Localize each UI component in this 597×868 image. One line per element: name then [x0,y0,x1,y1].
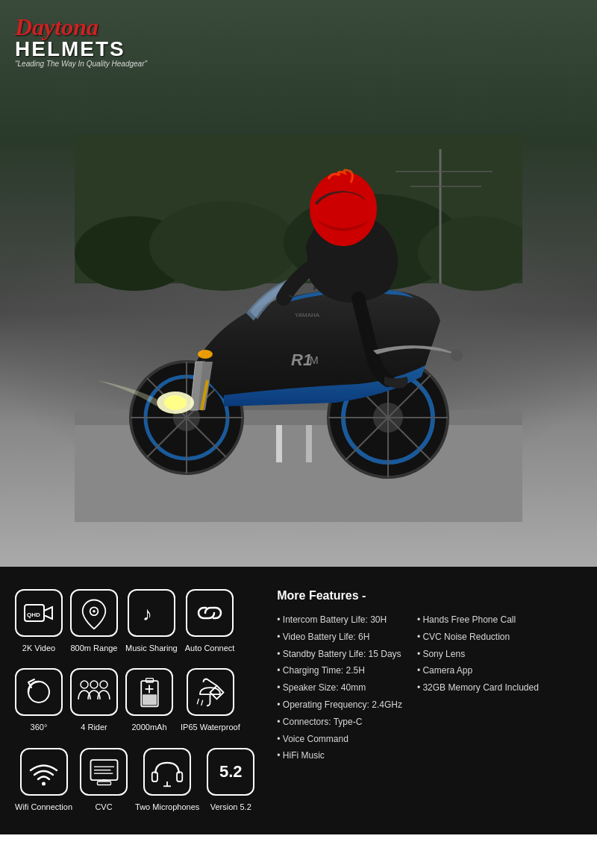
more-features-panel: More Features - Intercom Battery Life: 3… [277,589,582,764]
svg-text:♪: ♪ [143,603,152,625]
feature-battery-label: 2000mAh [131,722,166,732]
feature-range-label: 800m Range [71,643,118,653]
feature-4rider-label: 4 Rider [81,722,107,732]
svg-rect-58 [152,772,157,781]
feature-charging-time: Charging Time: 2.5H [277,662,402,679]
svg-text:YAMAHA: YAMAHA [295,312,320,318]
feature-4-rider: 4 Rider [70,668,118,732]
svg-point-41 [90,681,98,688]
feature-wifi: Wifi Connection [15,748,72,812]
feature-800m-range: 800m Range [70,589,118,653]
feature-cvc: CVC [80,748,128,812]
svg-rect-59 [177,772,182,781]
svg-point-2 [149,201,298,291]
feature-icons-grid: QHD 2K Video 800m Range [15,589,254,812]
svg-text:M: M [310,354,319,366]
svg-point-42 [100,681,107,688]
feature-version: 5.2 Version 5.2 [207,748,254,812]
microphone-icon [143,748,191,796]
features-list-col2: Hands Free Phone Call CVC Noise Reductio… [417,611,539,764]
feature-hifi-music: HiFi Music [277,747,402,764]
rider-icon [70,668,118,716]
feature-intercom-battery: Intercom Battery Life: 30H [277,611,402,629]
music-icon: ♪ [128,589,175,637]
svg-line-50 [201,700,203,705]
svg-point-30 [198,350,213,359]
svg-point-37 [93,610,96,613]
feature-operating-freq: Operating Frequency: 2.4GHz [277,696,402,714]
features-list-col1: Intercom Battery Life: 30H Video Battery… [277,611,402,764]
feature-row-1: QHD 2K Video 800m Range [15,589,254,653]
feature-wifi-label: Wifi Connection [15,802,72,812]
logo-tagline: "Leading The Way In Quality Headgear" [15,60,147,68]
wifi-icon [20,748,68,796]
feature-video-battery: Video Battery Life: 6H [277,629,402,646]
feature-hands-free: Hands Free Phone Call [417,611,539,629]
feature-two-microphones: Two Microphones [135,748,199,812]
range-icon [70,589,118,637]
feature-standby-battery: Standby Battery Life: 15 Days [277,646,402,663]
feature-row-2: 360° 4 Rider [15,668,254,732]
feature-cvc-label: CVC [95,802,112,812]
feature-sony-lens: Sony Lens [417,646,539,663]
svg-point-26 [310,172,377,246]
hero-section: R1 M YAMAHA Daytona HELMETS "Leading The… [0,0,597,567]
logo-helmets-text: HELMETS [15,39,147,60]
feature-version-label: Version 5.2 [210,802,251,812]
svg-point-40 [81,681,88,688]
svg-rect-11 [306,425,312,462]
feature-2k-video: QHD 2K Video [15,589,63,653]
features-columns: Intercom Battery Life: 30H Video Battery… [277,611,582,764]
waterproof-icon [187,668,234,716]
feature-memory-card: 32GB Memory Card Included [417,679,539,696]
feature-camera-app: Camera App [417,662,539,679]
360-icon [15,668,63,716]
feature-autoconnect-label: Auto Connect [185,643,235,653]
feature-2000mah: 2000mAh [125,668,173,732]
feature-ip65: IP65 Waterproof [181,668,240,732]
svg-rect-10 [276,425,282,462]
feature-row-3: Wifi Connection [15,748,254,812]
feature-voice-command: Voice Command [277,731,402,748]
feature-music-sharing: ♪ Music Sharing [125,589,178,653]
svg-rect-45 [143,694,157,705]
version-number: 5.2 [219,764,243,780]
feature-360: 360° [15,668,63,732]
cvc-icon [80,748,128,796]
feature-two-mics-label: Two Microphones [135,802,199,812]
feature-auto-connect: Auto Connect [185,589,235,653]
svg-point-27 [451,349,463,361]
feature-speaker-size: Speaker Size: 40mm [277,679,402,696]
svg-line-49 [198,699,199,703]
logo-brand-name: Daytona [15,15,147,39]
feature-waterproof-label: IP65 Waterproof [181,722,240,732]
svg-rect-44 [146,678,153,682]
feature-cvc-noise: CVC Noise Reduction [417,629,539,646]
svg-text:R1: R1 [291,350,312,369]
version-badge: 5.2 [207,748,254,796]
svg-text:QHD: QHD [27,611,40,618]
svg-point-51 [42,781,46,785]
brand-logo: Daytona HELMETS "Leading The Way In Qual… [15,15,147,68]
feature-connectors: Connectors: Type-C [277,714,402,731]
svg-rect-57 [97,781,110,785]
link-icon [186,589,234,637]
feature-2k-video-label: 2K Video [22,643,55,653]
2k-video-icon: QHD [15,589,63,637]
more-features-title: More Features - [277,589,582,603]
features-section: QHD 2K Video 800m Range [0,567,597,834]
feature-360-label: 360° [31,722,48,732]
feature-music-label: Music Sharing [125,643,178,653]
battery-icon [125,668,173,716]
svg-point-29 [164,395,187,410]
motorcycle-illustration: R1 M YAMAHA [75,134,522,522]
